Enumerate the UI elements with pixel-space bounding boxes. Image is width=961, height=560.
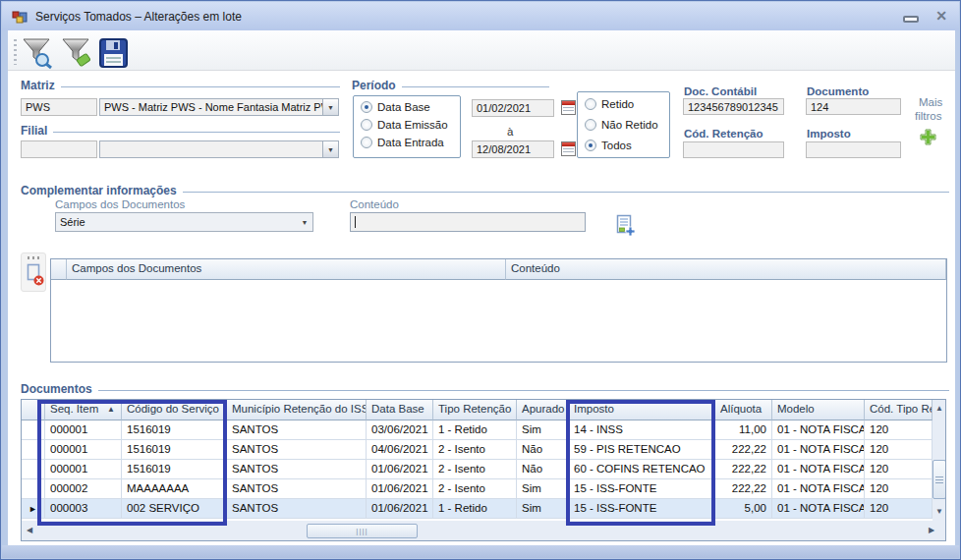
grid-cell[interactable]: SANTOS [227,440,367,460]
scroll-down-icon[interactable]: ▼ [935,508,943,516]
grid-header-8[interactable]: Alíquota [715,400,772,420]
doc-contabil-field[interactable]: 123456789012345 [683,98,784,115]
grid-cell[interactable]: 01/06/2021 [367,460,433,479]
radio-icon[interactable] [361,101,372,113]
radio-todos[interactable]: Todos [585,140,632,151]
grid-cell[interactable]: MAAAAAAA [122,479,227,499]
row-indicator[interactable] [22,420,45,440]
matriz-dropdown[interactable]: PWS - Matriz PWS - Nome Fantasia Matriz … [99,98,339,116]
vertical-scrollbar-thumb[interactable] [933,460,946,499]
toolbar-grip-icon[interactable] [14,39,17,65]
grid-cell[interactable]: 000001 [45,420,122,440]
grid-cell[interactable]: 120 [865,420,933,440]
horizontal-scrollbar[interactable] [22,521,945,540]
grid-cell[interactable]: 01/06/2021 [367,479,433,499]
grid-cell[interactable]: 15 - ISS-FONTE [569,479,715,499]
grid-cell[interactable]: 120 [865,499,933,519]
grid-cell[interactable]: 59 - PIS RETENCAO [569,440,715,460]
horizontal-scrollbar-thumb[interactable]: |||| [307,524,418,538]
grid-cell[interactable]: 2 - Isento [433,460,517,479]
grid-cell[interactable]: SANTOS [227,420,367,440]
grid-cell[interactable]: 04/06/2021 [367,440,433,460]
radio-data-emissao[interactable]: Data Emissão [361,119,448,131]
row-indicator[interactable] [22,479,45,499]
grid-cell[interactable]: 1516019 [122,440,227,460]
grid-cell[interactable]: 01 - NOTA FISCAL [772,440,865,460]
radio-data-entrada[interactable]: Data Entrada [361,137,444,148]
grid-cell[interactable]: 01 - NOTA FISCAL [772,499,865,519]
grid-cell[interactable]: 01 - NOTA FISCAL [772,460,865,479]
radio-icon[interactable] [585,140,596,151]
chevron-down-icon[interactable]: ▼ [322,141,338,157]
grid-cell[interactable]: 1516019 [122,420,227,440]
save-button[interactable] [97,36,131,70]
grid-cell[interactable]: 120 [865,440,933,460]
chevron-down-icon[interactable]: ▼ [297,213,312,231]
grid-cell[interactable]: 222,22 [715,460,772,479]
row-indicator[interactable] [22,460,45,479]
matriz-code-field[interactable]: PWS [21,98,97,116]
radio-nao-retido[interactable]: Não Retido [585,119,658,131]
radio-data-base[interactable]: Data Base [361,101,430,113]
grid-cell[interactable]: SANTOS [227,499,367,519]
radio-icon[interactable] [585,119,596,131]
radio-icon[interactable] [361,119,372,131]
title-bar[interactable]: Serviços Tomados – Alterações em lote ✕ [2,2,959,30]
scroll-left-icon[interactable]: ◀ [27,527,32,534]
grid-cell[interactable]: 03/06/2021 [367,420,433,440]
campos-grid-header-conteudo[interactable]: Conteúdo [506,259,946,280]
grid-header-9[interactable]: Modelo [772,400,865,420]
chevron-down-icon[interactable]: ▼ [322,99,338,115]
radio-icon[interactable] [585,98,596,110]
grid-cell[interactable]: 5,00 [715,499,772,519]
grid-cell[interactable]: 2 - Isento [433,479,517,499]
imposto-field[interactable] [806,141,901,158]
filter-apply-button[interactable] [60,36,93,70]
options-grip-icon[interactable] [28,256,41,259]
scroll-right-icon[interactable]: ▶ [929,527,934,534]
filter-settings-button[interactable] [21,36,54,70]
grid-cell[interactable]: 222,22 [715,479,772,499]
radio-retido[interactable]: Retido [585,98,634,110]
grid-cell[interactable]: 2 - Isento [433,440,517,460]
grid-cell[interactable]: 01 - NOTA FISCAL [772,420,865,440]
grid-cell[interactable]: 1 - Retido [433,420,517,440]
grid-cell[interactable]: 000002 [45,479,122,499]
grid-cell[interactable]: 120 [865,460,933,479]
grid-cell[interactable]: Sim [517,499,569,519]
grid-header-10[interactable]: Cód. Tipo Re [865,400,933,420]
grid-cell[interactable]: 14 - INSS [569,420,715,440]
grid-cell[interactable]: 002 SERVIÇO [122,499,227,519]
scroll-up-icon[interactable]: ▲ [935,405,943,413]
grid-header-2[interactable]: Código do Serviço [122,400,227,420]
grid-cell[interactable]: 000003 [45,499,122,519]
delete-field-icon[interactable] [26,262,44,288]
grid-cell[interactable]: 1516019 [122,460,227,479]
campos-grid-header-campos[interactable]: Campos dos Documentos [67,259,506,280]
grid-cell[interactable]: 000001 [45,440,122,460]
calendar-icon[interactable] [561,100,576,115]
date-to-field[interactable]: 12/08/2021 [472,140,554,158]
grid-cell[interactable]: 15 - ISS-FONTE [569,499,715,519]
grid-header-4[interactable]: Data Base [367,400,433,420]
calendar-icon[interactable] [561,141,576,156]
grid-cell[interactable]: SANTOS [227,460,367,479]
filial-code-field[interactable] [21,140,97,158]
grid-cell[interactable]: Não [517,460,569,479]
mais-filtros-button[interactable] [919,128,937,150]
grid-cell[interactable]: 1 - Retido [433,499,517,519]
grid-cell[interactable]: 222,22 [715,440,772,460]
grid-cell[interactable]: 11,00 [715,420,772,440]
grid-header-6[interactable]: Apurado [517,400,569,420]
filial-dropdown[interactable]: ▼ [99,140,339,158]
grid-cell[interactable]: Sim [517,479,569,499]
conteudo-field[interactable] [350,212,586,232]
grid-header-3[interactable]: Município Retenção do ISS [227,400,367,420]
grid-header-7[interactable]: Imposto [569,400,715,420]
grid-cell[interactable]: 60 - COFINS RETENCAO [569,460,715,479]
close-icon[interactable]: ✕ [932,8,951,26]
grid-cell[interactable]: Sim [517,420,569,440]
grid-cell[interactable]: Não [517,440,569,460]
cod-retencao-field[interactable] [683,141,784,158]
row-indicator[interactable] [22,440,45,460]
